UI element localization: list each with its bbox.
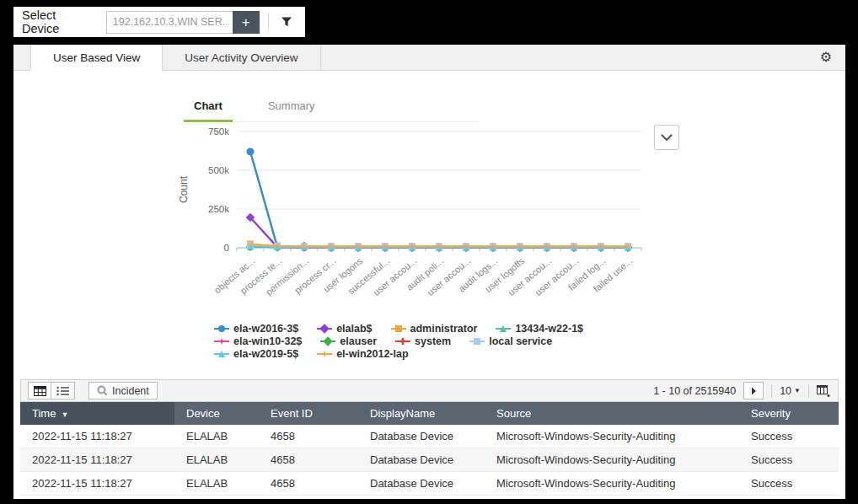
legend-item[interactable]: elalab$ bbox=[317, 323, 372, 335]
legend-label: ela-win10-32$ bbox=[233, 335, 302, 347]
legend-row: ela-w2016-3$elalab$administrator13434-w2… bbox=[214, 323, 583, 335]
gear-icon: ⚙ bbox=[820, 50, 832, 64]
list-view-button[interactable] bbox=[51, 382, 75, 399]
y-tick-label: 500k bbox=[208, 165, 229, 175]
legend-label: ela-w2016-3$ bbox=[233, 323, 298, 335]
settings-button[interactable]: ⚙ bbox=[820, 49, 832, 65]
legend-label: local service bbox=[489, 335, 552, 347]
divider bbox=[268, 13, 269, 31]
table-cell: Microsoft-Windows-Security-Auditing bbox=[485, 448, 739, 472]
legend-marker-icon bbox=[395, 336, 410, 346]
column-header-event-id[interactable]: Event ID bbox=[259, 402, 358, 425]
incident-button[interactable]: Incident bbox=[88, 382, 158, 399]
table-toolbar: Incident 1 - 10 of 2515940 10 ▼ bbox=[20, 379, 839, 402]
table-cell: 2022-11-15 11:18:27 bbox=[20, 448, 174, 472]
column-header-displayname[interactable]: DisplayName bbox=[358, 402, 485, 425]
legend-item[interactable]: elauser bbox=[320, 335, 377, 347]
legend-item[interactable]: local service bbox=[469, 335, 552, 347]
line-chart[interactable]: 750k500k250k0Countobjects ac...process t… bbox=[174, 116, 662, 323]
legend-marker-icon bbox=[391, 324, 406, 334]
table-cell: ELALAB bbox=[174, 425, 259, 448]
table-row[interactable]: 2022-11-15 11:18:27ELALAB4658Database De… bbox=[20, 448, 839, 472]
table-grid-icon bbox=[34, 386, 46, 396]
table-cell: ELALAB bbox=[174, 472, 259, 496]
legend-row: ela-win10-32$elausersystemlocal service bbox=[214, 335, 583, 347]
grid-view-button[interactable] bbox=[28, 382, 51, 399]
divider bbox=[808, 384, 809, 398]
legend-item[interactable]: system bbox=[395, 335, 451, 347]
add-column-button[interactable] bbox=[817, 385, 831, 397]
device-input-group: + bbox=[106, 11, 260, 34]
legend-item[interactable]: ela-win10-32$ bbox=[214, 335, 302, 347]
table-cell: 2022-11-15 11:18:27 bbox=[20, 472, 174, 496]
table-cell: Database Device bbox=[358, 448, 485, 472]
legend-marker-icon bbox=[214, 336, 229, 346]
legend-label: administrator bbox=[410, 323, 478, 335]
legend-label: system bbox=[415, 335, 451, 347]
legend-item[interactable]: ela-w2016-3$ bbox=[214, 323, 298, 335]
tab-user-activity-overview[interactable]: User Activity Overview bbox=[163, 45, 320, 70]
legend-marker-icon bbox=[496, 324, 511, 334]
legend-marker-icon bbox=[469, 336, 485, 346]
column-header-time[interactable]: Time▼ bbox=[20, 402, 174, 425]
legend-item[interactable]: ela-w2019-5$ bbox=[214, 348, 298, 360]
table-cell: Success bbox=[739, 448, 839, 472]
pagination: 1 - 10 of 2515940 10 ▼ bbox=[653, 382, 831, 399]
legend-item[interactable]: el-win2012-lap bbox=[317, 348, 408, 360]
table-row[interactable]: 2022-11-15 11:18:27ELALAB4658Database De… bbox=[20, 425, 839, 448]
caret-down-icon: ▼ bbox=[794, 387, 801, 394]
legend-marker-icon bbox=[214, 324, 229, 334]
list-icon bbox=[56, 386, 69, 396]
page-size-dropdown[interactable]: 10 ▼ bbox=[780, 385, 801, 397]
table-cell: Database Device bbox=[358, 425, 485, 448]
table-row[interactable]: 2022-11-15 11:18:27ELALAB4658Database De… bbox=[20, 472, 839, 496]
next-page-button[interactable] bbox=[743, 382, 764, 399]
incident-search-icon bbox=[97, 385, 108, 396]
table-header: Time▼DeviceEvent IDDisplayNameSourceSeve… bbox=[20, 402, 839, 425]
chart-legend: ela-w2016-3$elalab$administrator13434-w2… bbox=[214, 323, 583, 361]
legend-item[interactable]: 13434-w22-1$ bbox=[496, 323, 583, 335]
add-device-button[interactable]: + bbox=[233, 11, 260, 34]
device-selection-bar: Select Device + bbox=[13, 7, 305, 37]
events-table: Time▼DeviceEvent IDDisplayNameSourceSeve… bbox=[20, 402, 839, 496]
chevron-down-icon bbox=[661, 134, 673, 142]
divider bbox=[771, 384, 772, 398]
legend-item[interactable]: administrator bbox=[391, 323, 478, 335]
legend-row: ela-w2019-5$el-win2012-lap bbox=[214, 348, 583, 360]
incident-label: Incident bbox=[112, 385, 149, 397]
legend-marker-icon bbox=[317, 349, 332, 359]
table-cell: ELALAB bbox=[174, 448, 259, 472]
table-cell: Microsoft-Windows-Security-Auditing bbox=[485, 472, 739, 496]
column-header-severity[interactable]: Severity bbox=[739, 402, 839, 425]
table-cell: Database Device bbox=[358, 472, 485, 496]
table-cell: Success bbox=[739, 472, 839, 496]
legend-marker-icon bbox=[320, 336, 335, 346]
filter-button[interactable] bbox=[277, 12, 297, 32]
funnel-icon bbox=[281, 16, 292, 28]
legend-marker-icon bbox=[214, 349, 229, 359]
sort-desc-icon: ▼ bbox=[61, 410, 68, 419]
table-cell: Microsoft-Windows-Security-Auditing bbox=[485, 425, 739, 448]
select-device-label: Select Device bbox=[22, 8, 94, 35]
column-header-device[interactable]: Device bbox=[174, 402, 259, 425]
chevron-right-icon bbox=[751, 387, 757, 395]
tab-user-based-view[interactable]: User Based View bbox=[30, 45, 163, 71]
y-tick-label: 250k bbox=[208, 204, 229, 214]
tab-strip: User Based View User Activity Overview ⚙ bbox=[13, 45, 845, 71]
table-cell: 4658 bbox=[259, 425, 358, 448]
legend-label: el-win2012-lap bbox=[336, 348, 408, 360]
data-point[interactable] bbox=[247, 147, 255, 155]
legend-label: ela-w2019-5$ bbox=[233, 348, 298, 360]
legend-label: 13434-w22-1$ bbox=[515, 323, 583, 335]
column-header-source[interactable]: Source bbox=[485, 402, 739, 425]
device-input[interactable] bbox=[106, 11, 233, 34]
add-column-icon bbox=[817, 385, 831, 397]
y-axis-title: Count bbox=[178, 175, 190, 203]
legend-marker-icon bbox=[317, 324, 332, 334]
legend-label: elalab$ bbox=[336, 323, 372, 335]
table-cell: 4658 bbox=[259, 448, 358, 472]
table-cell: Success bbox=[739, 425, 839, 448]
table-cell: 4658 bbox=[259, 472, 358, 496]
main-panel: User Based View User Activity Overview ⚙… bbox=[13, 45, 845, 499]
series-line bbox=[250, 152, 628, 248]
